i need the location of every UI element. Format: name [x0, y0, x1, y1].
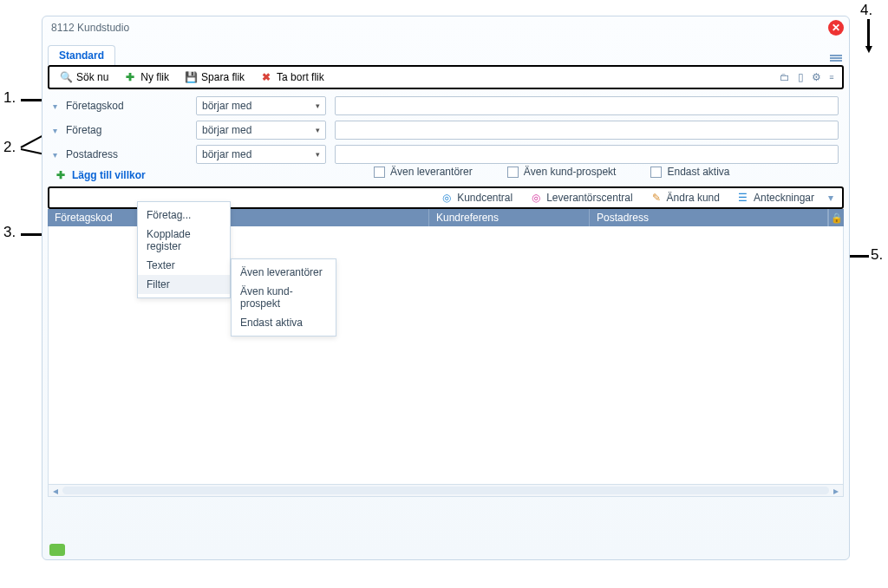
filter-row-foretagskod: ▾ Företagskod börjar med ▾	[53, 96, 839, 115]
device-icon[interactable]: ▯	[793, 70, 807, 84]
andra-kund-button[interactable]: ✎ Ändra kund	[643, 190, 727, 206]
filter-label-foretag: Företag	[66, 124, 187, 136]
save-tab-label: Spara flik	[201, 71, 245, 83]
close-icon: ✕	[832, 22, 840, 34]
filter-row-postadress: ▾ Postadress börjar med ▾	[53, 145, 839, 164]
check-endast-aktiva[interactable]: Endast aktiva	[650, 166, 729, 178]
delete-tab-button[interactable]: ✖ Ta bort flik	[253, 69, 331, 86]
chevron-down-icon[interactable]: ▾	[53, 150, 57, 160]
menu-item-kopplade-register[interactable]: Kopplade register	[138, 225, 230, 256]
search-now-label: Sök nu	[76, 71, 108, 83]
annotation-3: 3.	[3, 224, 16, 241]
col-kundreferens[interactable]: Kundreferens	[429, 209, 590, 226]
tab-standard[interactable]: Standard	[48, 45, 115, 65]
annotation-4: 4.	[860, 2, 872, 19]
annotation-3-line	[21, 233, 42, 236]
kundcentral-button[interactable]: ◎ Kundcentral	[434, 190, 519, 206]
filter-input-foretagskod[interactable]	[335, 96, 839, 115]
annotation-2: 2.	[3, 139, 16, 156]
filter-checks: Även leverantörer Även kund-prospekt End…	[374, 166, 839, 178]
annotation-1-line	[21, 99, 42, 101]
checkbox-icon	[650, 167, 662, 178]
context-menu-addcondition: Företag... Kopplade register Texter Filt…	[137, 201, 231, 298]
chevron-down-icon[interactable]: ▾	[53, 126, 57, 135]
new-tab-button[interactable]: ✚ Ny flik	[117, 69, 176, 86]
titlebar: 8112 Kundstudio ✕	[42, 16, 849, 39]
scroll-left-arrow[interactable]: ◂	[49, 485, 62, 496]
close-button[interactable]: ✕	[828, 20, 844, 36]
filter-op-foretagskod[interactable]: börjar med ▾	[196, 96, 326, 115]
actions-overflow-icon[interactable]: ▾	[825, 192, 837, 204]
caret-icon: ▾	[316, 150, 320, 159]
add-condition-label: Lägg till villkor	[72, 169, 146, 181]
plus-icon: ✚	[55, 169, 67, 181]
filter-op-value: börjar med	[202, 124, 316, 136]
filter-panel: ▾ Företagskod börjar med ▾ ▾ Företag bör…	[53, 96, 839, 178]
chevron-down-icon[interactable]: ▾	[53, 101, 57, 111]
checkbox-icon	[374, 167, 385, 178]
plus-icon: ✚	[124, 71, 136, 83]
filter-label-foretagskod: Företagskod	[66, 100, 187, 112]
scroll-right-arrow[interactable]: ▸	[829, 485, 843, 496]
delete-icon: ✖	[260, 71, 272, 83]
filter-row-foretag: ▾ Företag börjar med ▾	[53, 121, 839, 140]
toolbar-overflow-icon[interactable]: ≡	[825, 70, 839, 84]
submenu-aven-kundprospekt[interactable]: Även kund-prospekt	[232, 282, 336, 313]
note-icon: ☰	[737, 192, 749, 204]
filter-input-postadress[interactable]	[335, 145, 839, 164]
main-toolbar: 🔍 Sök nu ✚ Ny flik 💾 Spara flik ✖ Ta bor…	[48, 65, 844, 89]
window-title: 8112 Kundstudio	[51, 22, 129, 34]
save-icon: 💾	[185, 71, 197, 83]
caret-icon: ▾	[316, 101, 320, 110]
col-postadress[interactable]: Postadress	[590, 209, 828, 226]
folder-icon[interactable]: 🗀	[778, 70, 792, 84]
caret-icon: ▾	[316, 126, 320, 134]
menu-item-texter[interactable]: Texter	[138, 256, 230, 275]
globe-icon: ◎	[441, 192, 453, 204]
annotation-5: 5.	[871, 246, 883, 264]
scroll-track[interactable]	[62, 487, 829, 494]
submenu-endast-aktiva[interactable]: Endast aktiva	[232, 313, 336, 332]
search-now-button[interactable]: 🔍 Sök nu	[53, 69, 115, 86]
status-info-icon[interactable]	[49, 544, 65, 556]
check-label: Även leverantörer	[390, 166, 473, 178]
anteckningar-label: Anteckningar	[754, 192, 814, 204]
andra-kund-label: Ändra kund	[667, 192, 720, 204]
check-label: Endast aktiva	[667, 166, 729, 178]
check-aven-leverantorer[interactable]: Även leverantörer	[374, 166, 473, 178]
menu-item-filter[interactable]: Filter	[138, 275, 230, 294]
col-foretagskod[interactable]: Företagskod	[48, 209, 429, 226]
search-icon: 🔍	[60, 71, 72, 83]
filter-input-foretag[interactable]	[335, 121, 839, 140]
filter-op-value: börjar med	[202, 148, 316, 160]
edit-icon: ✎	[650, 192, 663, 204]
context-submenu-filter: Även leverantörer Även kund-prospekt End…	[231, 258, 336, 336]
leverantorscentral-label: Leverantörscentral	[546, 192, 632, 204]
globe-icon: ◎	[530, 192, 542, 204]
grid-scrollbar[interactable]: ◂ ▸	[48, 485, 844, 497]
lock-column-icon[interactable]: 🔒	[828, 209, 844, 226]
kundcentral-label: Kundcentral	[457, 192, 513, 204]
leverantorscentral-button[interactable]: ◎ Leverantörscentral	[523, 190, 639, 206]
anteckningar-button[interactable]: ☰ Anteckningar	[730, 190, 821, 206]
gear-icon[interactable]: ⚙	[809, 70, 823, 84]
new-tab-label: Ny flik	[140, 71, 169, 83]
filter-op-foretag[interactable]: börjar med ▾	[196, 121, 326, 140]
save-tab-button[interactable]: 💾 Spara flik	[178, 69, 251, 86]
checkbox-icon	[507, 167, 519, 178]
filter-op-value: börjar med	[202, 100, 316, 112]
filter-op-postadress[interactable]: börjar med ▾	[196, 145, 326, 164]
filter-label-postadress: Postadress	[66, 148, 187, 160]
annotation-1: 1.	[3, 89, 16, 107]
delete-tab-label: Ta bort flik	[277, 71, 324, 83]
tabstrip: Standard	[48, 44, 849, 65]
annotation-4-arrow: ▼	[863, 42, 875, 56]
panel-menu-icon[interactable]	[830, 55, 842, 63]
check-label: Även kund-prospekt	[524, 166, 617, 178]
check-aven-kundprospekt[interactable]: Även kund-prospekt	[507, 166, 617, 178]
menu-item-foretag[interactable]: Företag...	[138, 206, 230, 225]
submenu-aven-leverantorer[interactable]: Även leverantörer	[232, 263, 336, 282]
